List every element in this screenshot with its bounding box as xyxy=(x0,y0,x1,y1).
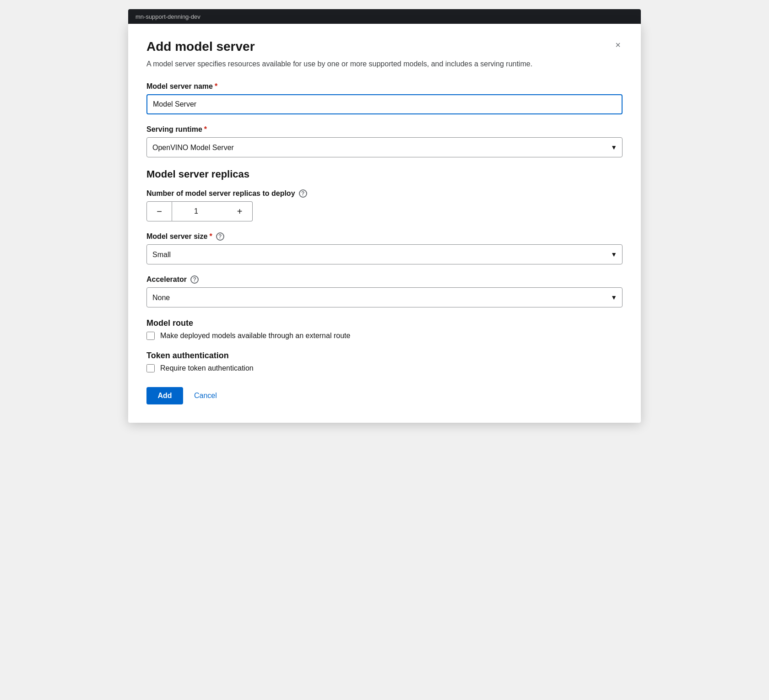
token-auth-checkbox[interactable] xyxy=(146,364,155,372)
accelerator-select[interactable]: None GPU xyxy=(146,287,623,307)
accelerator-help-icon[interactable]: ? xyxy=(190,275,199,284)
add-button[interactable]: Add xyxy=(146,387,183,404)
model-server-name-label: Model server name * xyxy=(146,82,623,91)
modal-description: A model server specifies resources avail… xyxy=(146,59,623,70)
page-wrapper: mn-support-denning-dev Add model server … xyxy=(128,9,641,423)
modal-dialog: Add model server × A model server specif… xyxy=(128,24,641,423)
accelerator-label: Accelerator ? xyxy=(146,275,623,284)
replicas-help-icon[interactable]: ? xyxy=(299,189,307,198)
model-route-checkbox-row: Make deployed models available through a… xyxy=(146,332,623,340)
replicas-stepper: − + xyxy=(146,201,623,221)
model-route-section: Model route Make deployed models availab… xyxy=(146,318,623,340)
replicas-increment-button[interactable]: + xyxy=(227,201,253,221)
model-server-size-select[interactable]: Small Medium Large Custom xyxy=(146,244,623,264)
serving-runtime-select[interactable]: OpenVINO Model Server Custom Runtime xyxy=(146,137,623,157)
serving-runtime-select-wrapper: OpenVINO Model Server Custom Runtime ▼ xyxy=(146,137,623,157)
token-auth-checkbox-row: Require token authentication xyxy=(146,364,623,372)
model-server-name-input[interactable] xyxy=(146,94,623,114)
model-server-name-section: Model server name * xyxy=(146,82,623,114)
replicas-count-section: Number of model server replicas to deplo… xyxy=(146,189,623,221)
required-star: * xyxy=(215,82,217,91)
serving-runtime-label: Serving runtime * xyxy=(146,125,623,134)
token-auth-checkbox-label[interactable]: Require token authentication xyxy=(160,364,254,372)
cancel-button[interactable]: Cancel xyxy=(190,387,221,404)
model-server-size-section: Model server size * ? Small Medium Large… xyxy=(146,232,623,264)
accelerator-select-wrapper: None GPU ▼ xyxy=(146,287,623,307)
replicas-section-heading: Model server replicas xyxy=(146,168,623,180)
replicas-count-label: Number of model server replicas to deplo… xyxy=(146,189,623,198)
top-bar-text: mn-support-denning-dev xyxy=(135,13,200,20)
modal-header: Add model server × xyxy=(146,38,623,55)
required-star-serving: * xyxy=(204,125,207,134)
top-bar: mn-support-denning-dev xyxy=(128,9,641,24)
replicas-count-input[interactable] xyxy=(172,201,227,221)
serving-runtime-section: Serving runtime * OpenVINO Model Server … xyxy=(146,125,623,157)
model-server-size-select-wrapper: Small Medium Large Custom ▼ xyxy=(146,244,623,264)
model-route-checkbox[interactable] xyxy=(146,332,155,340)
model-route-title: Model route xyxy=(146,318,623,328)
close-button[interactable]: × xyxy=(613,38,623,51)
model-server-size-help-icon[interactable]: ? xyxy=(216,232,224,241)
model-route-checkbox-label[interactable]: Make deployed models available through a… xyxy=(160,332,350,340)
footer-buttons: Add Cancel xyxy=(146,387,623,404)
replicas-decrement-button[interactable]: − xyxy=(146,201,172,221)
token-auth-section: Token authentication Require token authe… xyxy=(146,351,623,372)
model-server-size-label: Model server size * ? xyxy=(146,232,623,241)
required-star-size: * xyxy=(209,232,212,241)
accelerator-section: Accelerator ? None GPU ▼ xyxy=(146,275,623,307)
modal-title: Add model server xyxy=(146,38,255,55)
token-auth-title: Token authentication xyxy=(146,351,623,361)
